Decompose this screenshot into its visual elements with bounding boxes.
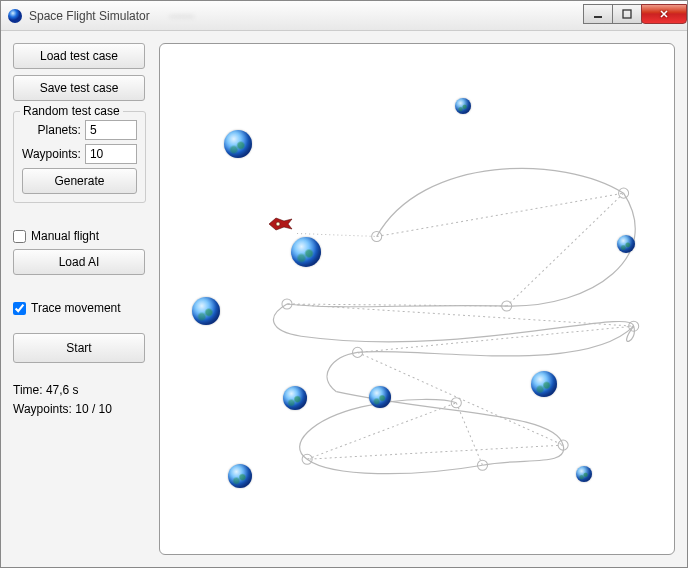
svg-point-13 [276,222,280,226]
planet-icon [576,466,592,482]
planet-icon [192,297,220,325]
titlebar[interactable]: Space Flight Simulator —— [1,1,687,31]
waypoints-label: Waypoints: [22,147,81,161]
waypoints-input[interactable] [85,144,137,164]
save-test-case-button[interactable]: Save test case [13,75,145,101]
app-window: Space Flight Simulator —— Load test case… [0,0,688,568]
planet-icon [531,371,557,397]
generate-button[interactable]: Generate [22,168,137,194]
sidebar: Load test case Save test case Random tes… [13,43,145,555]
group-legend: Random test case [20,104,123,118]
trace-movement-checkbox[interactable] [13,302,26,315]
minimize-button[interactable] [583,4,613,24]
planet-icon [228,464,252,488]
status-waypoints: Waypoints: 10 / 10 [13,400,145,419]
svg-rect-2 [623,10,631,18]
titlebar-blur-text: —— [170,9,194,23]
manual-flight-checkbox-wrap[interactable]: Manual flight [13,229,145,243]
planet-icon [224,130,252,158]
content-area: Load test case Save test case Random tes… [1,31,687,567]
status-time: Time: 47,6 s [13,381,145,400]
window-controls [584,4,687,24]
planets-input[interactable] [85,120,137,140]
random-test-case-group: Random test case Planets: Waypoints: Gen… [13,111,146,203]
planet-icon [283,386,307,410]
close-button[interactable] [641,4,687,24]
status-panel: Time: 47,6 s Waypoints: 10 / 10 [13,381,145,419]
svg-point-0 [8,9,22,23]
app-icon [7,8,23,24]
window-title: Space Flight Simulator [29,9,150,23]
start-button[interactable]: Start [13,333,145,363]
manual-flight-label: Manual flight [31,229,99,243]
planet-icon [369,386,391,408]
maximize-button[interactable] [612,4,642,24]
load-test-case-button[interactable]: Load test case [13,43,145,69]
spaceship-icon [266,215,294,233]
planet-icon [617,235,635,253]
load-ai-button[interactable]: Load AI [13,249,145,275]
simulation-canvas[interactable] [159,43,675,555]
manual-flight-checkbox[interactable] [13,230,26,243]
planet-icon [291,237,321,267]
planets-label: Planets: [22,123,81,137]
svg-rect-1 [594,16,602,18]
planet-icon [455,98,471,114]
trace-movement-checkbox-wrap[interactable]: Trace movement [13,301,145,315]
trace-movement-label: Trace movement [31,301,121,315]
